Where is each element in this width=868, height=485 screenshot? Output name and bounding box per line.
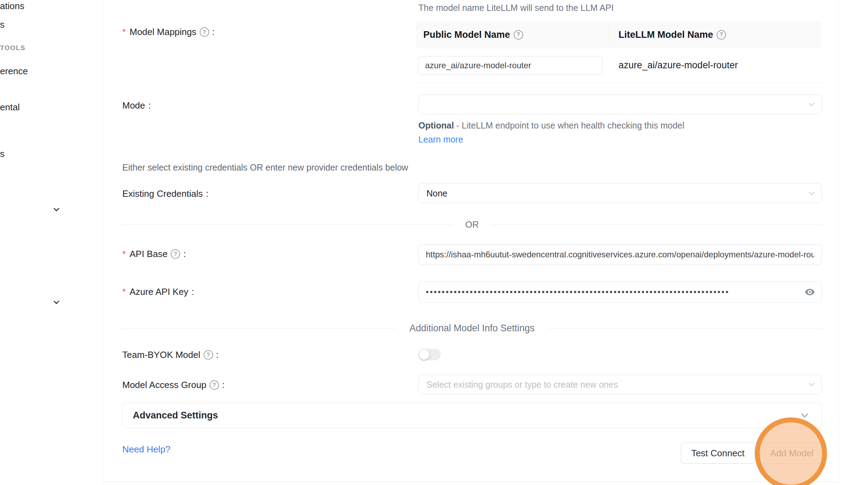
sidebar-section-tools: TOOLS: [0, 44, 26, 52]
additional-settings-divider: Additional Model Info Settings: [122, 323, 822, 333]
table-header-row: Public Model Name ? LiteLLM Model Name ?: [416, 21, 822, 48]
existing-credentials-value: None: [426, 188, 447, 199]
sidebar-item-models[interactable]: s: [0, 19, 5, 30]
question-circle-icon[interactable]: ?: [204, 350, 213, 360]
model-access-group-label: Model Access Group ? :: [122, 380, 225, 390]
add-model-form: The model name LiteLLM will send to the …: [103, 0, 839, 482]
model-mappings-label: * Model Mappings ? :: [122, 27, 215, 37]
team-byok-label: Team-BYOK Model ? :: [122, 349, 219, 360]
question-circle-icon[interactable]: ?: [200, 27, 209, 37]
toggle-knob: [419, 349, 429, 360]
chevron-down-icon: [53, 206, 60, 213]
mode-select[interactable]: [418, 95, 822, 114]
question-circle-icon[interactable]: ?: [514, 30, 523, 40]
chevron-down-icon: [53, 298, 60, 306]
sidebar-item-label: s: [0, 148, 5, 159]
sidebar-item-label: ental: [0, 102, 20, 113]
column-header-public-model-name: Public Model Name ?: [416, 29, 609, 40]
mode-helper-text: Optional - LiteLLM endpoint to use when …: [418, 118, 702, 146]
litellm-model-name-value: azure_ai/azure-model-router: [609, 60, 738, 71]
need-help-link[interactable]: Need Help?: [122, 444, 170, 455]
or-divider: OR: [122, 220, 822, 229]
sidebar-item-label: s: [0, 19, 5, 30]
chevron-down-icon: [807, 189, 816, 198]
existing-credentials-select[interactable]: None: [418, 183, 822, 203]
sidebar-item-organizations[interactable]: ations: [0, 1, 24, 12]
azure-api-key-input[interactable]: ••••••••••••••••••••••••••••••••••••••••…: [418, 282, 822, 303]
table-row: azure_ai/azure-model-router: [416, 48, 822, 83]
required-mark: *: [122, 27, 126, 37]
model-access-group-select[interactable]: Select existing groups or type to create…: [418, 375, 822, 394]
advanced-settings-title: Advanced Settings: [123, 410, 218, 421]
public-model-name-input[interactable]: [418, 56, 603, 75]
sidebar-item-inference[interactable]: erence: [0, 66, 28, 77]
question-circle-icon[interactable]: ?: [210, 380, 219, 390]
learn-more-link[interactable]: Learn more: [418, 134, 463, 144]
question-circle-icon[interactable]: ?: [717, 30, 726, 40]
masked-password-value: ••••••••••••••••••••••••••••••••••••••••…: [426, 287, 797, 297]
advanced-settings-accordion[interactable]: Advanced Settings: [122, 403, 822, 428]
chevron-down-icon: [800, 410, 809, 420]
optional-bold: Optional: [418, 120, 454, 130]
sidebar-item-settings[interactable]: s: [0, 148, 5, 159]
column-header-litellm-model-name: LiteLLM Model Name ?: [609, 29, 726, 40]
azure-api-key-label: * Azure API Key :: [122, 286, 194, 297]
sidebar: ations s TOOLS erence ental s: [0, 0, 103, 485]
model-name-helper-text: The model name LiteLLM will send to the …: [418, 3, 614, 13]
question-circle-icon[interactable]: ?: [171, 249, 180, 259]
eye-icon[interactable]: [804, 286, 816, 298]
required-mark: *: [122, 249, 126, 259]
select-placeholder: Select existing groups or type to create…: [426, 380, 618, 390]
chevron-down-icon: [807, 380, 816, 389]
sidebar-item-label: ations: [0, 1, 24, 12]
team-byok-toggle[interactable]: [418, 349, 441, 360]
chevron-down-icon: [807, 100, 816, 109]
sidebar-item-experimental[interactable]: ental: [0, 102, 20, 113]
existing-credentials-label: Existing Credentials :: [122, 188, 209, 199]
mode-label: Mode :: [122, 100, 151, 111]
sidebar-item-label: erence: [0, 66, 28, 77]
api-base-label: * API Base ? :: [122, 249, 186, 259]
sidebar-section-label: TOOLS: [0, 44, 26, 51]
required-mark: *: [122, 287, 126, 297]
model-mappings-table: Public Model Name ? LiteLLM Model Name ?…: [416, 21, 822, 83]
test-connect-button[interactable]: Test Connect: [681, 443, 755, 464]
credentials-note: Either select existing credentials OR en…: [122, 162, 408, 173]
api-base-input[interactable]: [418, 244, 822, 265]
add-model-button[interactable]: Add Model: [760, 443, 824, 464]
